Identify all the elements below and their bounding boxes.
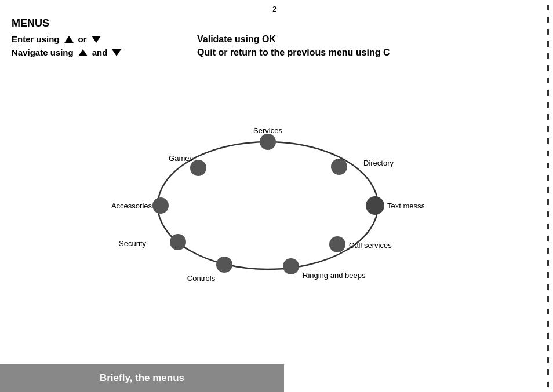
ringing-dot: [283, 258, 299, 274]
or-label: or: [78, 34, 87, 44]
menus-section: MENUS Enter using or Navigate using and …: [12, 17, 536, 61]
call-services-label: Call services: [349, 241, 392, 250]
page-number: 2: [272, 5, 276, 13]
navigate-label: Navigate using: [12, 47, 74, 57]
games-label: Games: [169, 154, 193, 163]
directory-label: Directory: [363, 159, 394, 167]
menus-title: MENUS: [12, 17, 536, 30]
navigate-instruction: Navigate using and: [12, 47, 162, 57]
enter-label: Enter using: [12, 34, 60, 44]
controls-dot: [216, 257, 232, 273]
security-dot: [170, 234, 186, 250]
services-label: Services: [253, 126, 282, 135]
enter-instruction: Enter using or: [12, 34, 162, 44]
dashed-border: [543, 0, 553, 392]
arrow-down-icon-2: [112, 49, 121, 56]
security-label: Security: [119, 239, 146, 248]
text-messages-label: Text messages: [387, 202, 424, 210]
services-dot: [260, 134, 276, 150]
arrow-up-icon: [64, 36, 74, 43]
arrow-up-icon-2: [78, 49, 88, 56]
accessories-label: Accessories: [111, 202, 152, 210]
validate-line: Validate using OK: [197, 34, 536, 45]
instructions-row: Enter using or Navigate using and Valida…: [12, 34, 536, 61]
diagram-container: Services Directory Text messages Call se…: [0, 98, 536, 307]
accessories-dot: [152, 197, 169, 214]
quit-line: Quit or return to the previous menu usin…: [197, 47, 536, 59]
bottom-bar-text: Briefly, the menus: [100, 372, 184, 384]
controls-label: Controls: [187, 274, 216, 283]
text-messages-dot: [366, 196, 384, 215]
bottom-bar: Briefly, the menus: [0, 364, 284, 392]
directory-dot: [331, 159, 347, 175]
menu-diagram: Services Directory Text messages Call se…: [111, 107, 424, 298]
right-instructions: Validate using OK Quit or return to the …: [197, 34, 536, 59]
left-instructions: Enter using or Navigate using and: [12, 34, 162, 61]
ringing-label: Ringing and beeps: [303, 271, 366, 280]
and-label: and: [92, 47, 108, 57]
call-services-dot: [329, 236, 345, 252]
arrow-down-icon: [92, 36, 101, 43]
